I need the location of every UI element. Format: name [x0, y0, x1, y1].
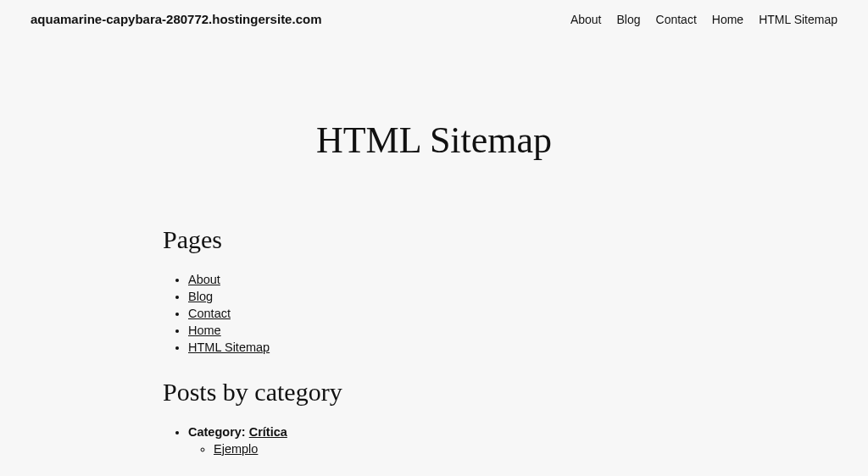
- list-item: Contact: [188, 307, 705, 320]
- post-list: Ejemplo: [188, 442, 705, 456]
- pages-heading: Pages: [163, 225, 705, 254]
- page-link-blog[interactable]: Blog: [188, 290, 213, 303]
- list-item: Blog: [188, 290, 705, 303]
- nav-link-blog[interactable]: Blog: [617, 13, 641, 26]
- nav-link-html-sitemap[interactable]: HTML Sitemap: [759, 13, 837, 26]
- primary-nav: About Blog Contact Home HTML Sitemap: [570, 13, 837, 26]
- list-item: Home: [188, 324, 705, 337]
- page-link-about[interactable]: About: [188, 273, 220, 286]
- page-link-home[interactable]: Home: [188, 324, 221, 337]
- nav-link-about[interactable]: About: [570, 13, 602, 26]
- page-link-html-sitemap[interactable]: HTML Sitemap: [188, 340, 270, 354]
- category-label-prefix: Category:: [188, 425, 249, 439]
- posts-by-category-heading: Posts by category: [163, 378, 705, 407]
- content-body: Pages About Blog Contact Home HTML Sitem…: [163, 225, 705, 456]
- nav-link-home[interactable]: Home: [712, 13, 743, 26]
- pages-list: About Blog Contact Home HTML Sitemap: [163, 273, 705, 354]
- category-link-critica[interactable]: Crítica: [249, 425, 287, 439]
- nav-link-contact[interactable]: Contact: [656, 13, 697, 26]
- page-title: HTML Sitemap: [163, 119, 705, 162]
- list-item: Ejemplo: [214, 442, 705, 456]
- list-item: About: [188, 273, 705, 286]
- main-content: HTML Sitemap Pages About Blog Contact Ho…: [163, 38, 705, 456]
- category-item: Category: Crítica Ejemplo: [188, 425, 705, 456]
- page-link-contact[interactable]: Contact: [188, 307, 231, 320]
- list-item: HTML Sitemap: [188, 340, 705, 354]
- site-header: aquamarine-capybara-280772.hostingersite…: [0, 0, 868, 38]
- site-title[interactable]: aquamarine-capybara-280772.hostingersite…: [31, 12, 321, 26]
- post-link-ejemplo[interactable]: Ejemplo: [214, 442, 258, 456]
- category-list: Category: Crítica Ejemplo: [163, 425, 705, 456]
